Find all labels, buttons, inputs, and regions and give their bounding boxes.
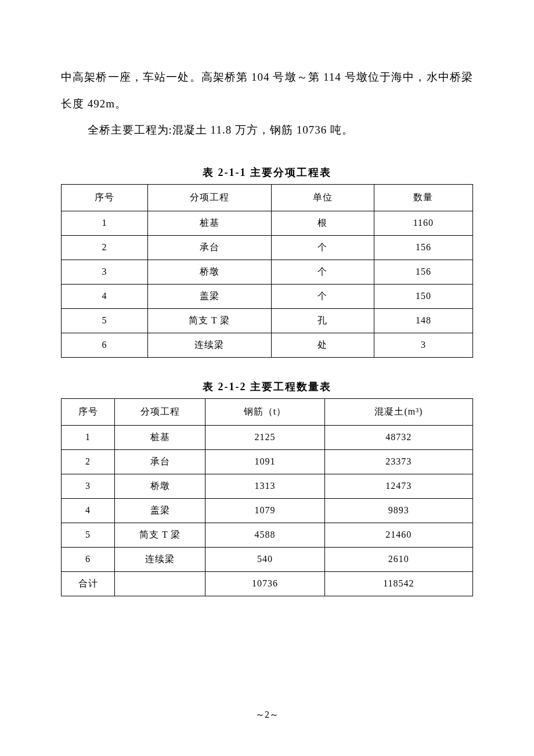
col-header: 混凝土(m³) [324, 398, 472, 425]
cell: 孔 [271, 308, 374, 333]
table-row: 序号 分项工程 钢筋（t） 混凝土(m³) [62, 398, 473, 425]
cell: 156 [374, 235, 472, 260]
table-row: 序号 分项工程 单位 数量 [62, 184, 473, 211]
cell: 连续梁 [147, 333, 271, 357]
cell: 2 [62, 449, 115, 474]
cell: 1313 [205, 474, 325, 498]
cell: 桩基 [147, 211, 271, 235]
cell: 150 [374, 284, 472, 308]
table-row: 2承台109123373 [62, 449, 473, 474]
cell: 根 [271, 211, 374, 235]
cell: 5 [62, 523, 115, 547]
col-header: 序号 [62, 398, 115, 425]
cell: 21460 [324, 523, 472, 547]
cell: 48732 [324, 425, 472, 449]
col-header: 钢筋（t） [205, 398, 325, 425]
col-header: 序号 [62, 184, 148, 211]
table-row: 2承台个156 [62, 235, 473, 260]
cell: 2610 [324, 547, 472, 571]
cell: 个 [271, 284, 374, 308]
cell: 处 [271, 333, 374, 357]
cell: 连续梁 [115, 547, 205, 571]
cell: 1 [62, 425, 115, 449]
table-row: 5简支 T 梁458821460 [62, 523, 473, 547]
cell [115, 571, 205, 596]
cell: 个 [271, 260, 374, 284]
paragraph-2: 全桥主要工程为:混凝土 11.8 万方，钢筋 10736 吨。 [61, 117, 473, 143]
cell: 4 [62, 498, 115, 523]
col-header: 分项工程 [115, 398, 205, 425]
table-2-title: 表 2-1-2 主要工程数量表 [61, 380, 473, 394]
cell: 4 [62, 284, 148, 308]
col-header: 数量 [374, 184, 472, 211]
cell: 540 [205, 547, 325, 571]
cell: 118542 [324, 571, 472, 596]
table-row: 5简支 T 梁孔148 [62, 308, 473, 333]
cell: 桥墩 [115, 474, 205, 498]
table-row: 4盖梁个150 [62, 284, 473, 308]
cell: 盖梁 [147, 284, 271, 308]
cell: 2 [62, 235, 148, 260]
table-row: 1桩基212548732 [62, 425, 473, 449]
cell: 156 [374, 260, 472, 284]
cell: 简支 T 梁 [115, 523, 205, 547]
cell: 个 [271, 235, 374, 260]
table-row: 4盖梁10799893 [62, 498, 473, 523]
cell: 桩基 [115, 425, 205, 449]
cell: 2125 [205, 425, 325, 449]
cell: 6 [62, 333, 148, 357]
page-number: ～2～ [0, 709, 534, 721]
table-row: 6连续梁5402610 [62, 547, 473, 571]
cell: 桥墩 [147, 260, 271, 284]
table-row: 6连续梁处3 [62, 333, 473, 357]
cell: 148 [374, 308, 472, 333]
table-row: 1桩基根1160 [62, 211, 473, 235]
cell: 10736 [205, 571, 325, 596]
cell: 1 [62, 211, 148, 235]
table-row: 合计10736118542 [62, 571, 473, 596]
col-header: 分项工程 [147, 184, 271, 211]
table-1-title: 表 2-1-1 主要分项工程表 [61, 165, 473, 179]
cell: 1091 [205, 449, 325, 474]
cell: 6 [62, 547, 115, 571]
cell: 简支 T 梁 [147, 308, 271, 333]
table-2: 序号 分项工程 钢筋（t） 混凝土(m³) 1桩基212548732 2承台10… [61, 398, 473, 596]
cell: 承台 [147, 235, 271, 260]
paragraph-1: 中高架桥一座，车站一处。高架桥第 104 号墩～第 114 号墩位于海中，水中桥… [61, 64, 473, 117]
table-row: 3桥墩131312473 [62, 474, 473, 498]
cell: 4588 [205, 523, 325, 547]
cell: 23373 [324, 449, 472, 474]
table-1: 序号 分项工程 单位 数量 1桩基根1160 2承台个156 3桥墩个156 4… [61, 184, 473, 358]
cell: 承台 [115, 449, 205, 474]
cell: 1160 [374, 211, 472, 235]
cell: 3 [62, 474, 115, 498]
cell: 3 [62, 260, 148, 284]
col-header: 单位 [271, 184, 374, 211]
cell: 盖梁 [115, 498, 205, 523]
cell: 合计 [62, 571, 115, 596]
cell: 9893 [324, 498, 472, 523]
table-row: 3桥墩个156 [62, 260, 473, 284]
cell: 3 [374, 333, 472, 357]
cell: 5 [62, 308, 148, 333]
cell: 12473 [324, 474, 472, 498]
cell: 1079 [205, 498, 325, 523]
